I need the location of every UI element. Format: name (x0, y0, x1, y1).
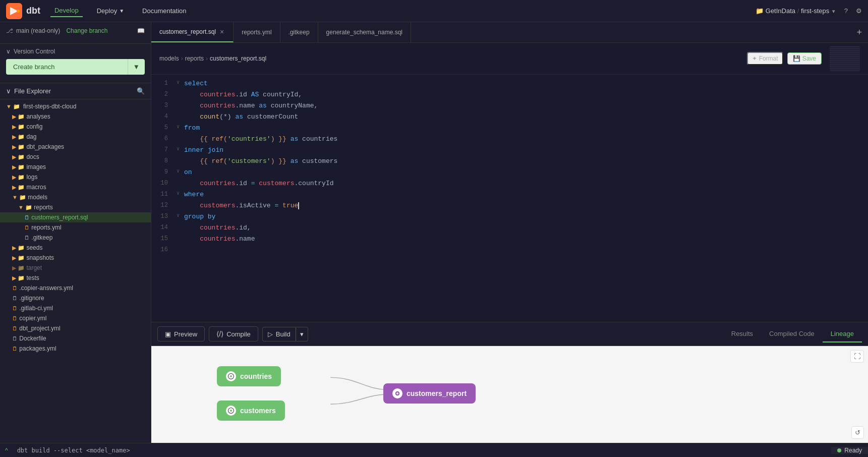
tree-item-seeds[interactable]: ▶ 📁 seeds (0, 243, 151, 253)
command-text: dbt build --select <model_name> (17, 447, 130, 454)
nav-develop[interactable]: Develop (50, 5, 83, 17)
tab-close-customers-report[interactable]: × (219, 28, 225, 36)
format-button[interactable]: ✦ Format (747, 52, 783, 65)
code-line-5: 5 ∨ from (151, 123, 868, 134)
breadcrumb-current: customers_report.sql (210, 55, 266, 62)
code-line-10: 10 countries.id = customers.countryId (151, 179, 868, 190)
file-explorer-header-row: ∨ File Explorer 🔍 (0, 83, 151, 99)
save-button[interactable]: 💾 Save (787, 52, 822, 65)
tree-item-dockerfile[interactable]: 🗒 Dockerfile (0, 333, 151, 344)
code-editor[interactable]: 1 ∨ select 2 countries.id AS countryId, … (151, 75, 868, 322)
tree-item-tests[interactable]: ▶ 📁 tests (0, 273, 151, 283)
breadcrumb-reports[interactable]: reports (185, 55, 204, 62)
tab-customers-report-sql[interactable]: customers_report.sql × (151, 22, 234, 42)
tab-add-button[interactable]: + (850, 27, 868, 38)
tree-item-docs[interactable]: ▶ 📁 docs (0, 152, 151, 162)
lineage-reset-button[interactable]: ↺ (851, 426, 864, 439)
lineage-fullscreen-button[interactable]: ⛶ (850, 350, 864, 363)
tab-compiled-code[interactable]: Compiled Code (761, 326, 823, 342)
file-explorer-chevron: ∨ (6, 87, 11, 95)
lineage-node-customers-report[interactable]: customers_report (383, 383, 476, 404)
nav-deploy[interactable]: Deploy ▼ (93, 5, 128, 17)
code-line-9: 9 ∨ on (151, 167, 868, 179)
tab-results[interactable]: Results (723, 326, 761, 342)
version-control-section: ∨ Version Control Create branch ▼ (0, 44, 151, 83)
bottom-actions: ▣ Preview ⟨/⟩ Compile ▷ Build ▾ (157, 322, 308, 346)
nav-documentation[interactable]: Documentation (138, 5, 190, 17)
breadcrumb: models › reports › customers_report.sql … (151, 43, 868, 75)
code-line-7: 7 ∨ inner join (151, 145, 868, 156)
breadcrumb-models[interactable]: models (159, 55, 179, 62)
tree-item-packages-yml[interactable]: 🗒 packages.yml (0, 344, 151, 354)
tree-item-analyses[interactable]: ▶ 📁 analyses (0, 111, 151, 122)
file-explorer-toggle[interactable]: ∨ File Explorer (6, 87, 51, 95)
tree-item-macros[interactable]: ▶ 📁 macros (0, 182, 151, 192)
file-tree: ▼ 📁 first-steps-dbt-cloud ▶ 📁 analyses ▶… (0, 99, 151, 443)
tree-item-config[interactable]: ▶ 📁 config (0, 122, 151, 132)
svg-point-4 (396, 392, 398, 394)
countries-node-icon (226, 371, 236, 381)
tree-item-customers-report-sql[interactable]: 🗒 customers_report.sql (0, 212, 151, 222)
svg-point-1 (17, 10, 20, 13)
preview-button[interactable]: ▣ Preview (157, 326, 205, 341)
tab-lineage[interactable]: Lineage (823, 326, 862, 342)
tree-item-snapshots[interactable]: ▶ 📁 snapshots (0, 253, 151, 263)
settings-icon[interactable]: ⚙ (856, 7, 862, 15)
tree-item-dbt-packages[interactable]: ▶ 📁 dbt_packages (0, 142, 151, 152)
deploy-dropdown-icon: ▼ (119, 8, 124, 14)
tree-item-root-folder[interactable]: ▼ 📁 first-steps-dbt-cloud (0, 101, 151, 111)
editor-area: customers_report.sql × reports.yml .gitk… (151, 22, 868, 443)
code-line-4: 4 count(*) as customerCount (151, 112, 868, 123)
tree-item-dag[interactable]: ▶ 📁 dag (0, 132, 151, 142)
countries-node-label: countries (240, 372, 272, 380)
compile-button[interactable]: ⟨/⟩ Compile (209, 326, 258, 341)
code-line-16: 16 (151, 245, 868, 256)
tab-generate-schema[interactable]: generate_schema_name.sql (318, 22, 411, 42)
tab-label-gitkeep: .gitkeep (288, 29, 310, 36)
lineage-view: countries customers custom (151, 346, 868, 443)
tree-item-gitkeep[interactable]: 🗒 .gitkeep (0, 233, 151, 243)
status-label: Ready (844, 447, 862, 454)
cmd-toggle[interactable]: ^ (0, 447, 13, 454)
tree-item-copier-yml[interactable]: 🗒 copier.yml (0, 313, 151, 323)
help-icon[interactable]: ? (844, 7, 848, 15)
change-branch-link[interactable]: Change branch (66, 27, 107, 34)
build-dropdown[interactable]: ▾ (296, 327, 308, 341)
book-icon: 📖 (137, 27, 145, 34)
toolbar-right: ✦ Format 💾 Save (747, 46, 860, 71)
lineage-node-countries[interactable]: countries (217, 366, 281, 386)
customers-node-label: customers (240, 407, 276, 415)
tab-gitkeep[interactable]: .gitkeep (280, 22, 318, 42)
customers-report-node-icon (392, 388, 402, 398)
branch-info: ⎇ main (read-only) Change branch 📖 (6, 27, 145, 34)
tree-item-gitlab-ci[interactable]: 🗒 .gitlab-ci.yml (0, 303, 151, 313)
format-icon: ✦ (752, 55, 757, 62)
lineage-connectors (151, 346, 868, 443)
create-branch-button[interactable]: Create branch (6, 59, 128, 75)
tree-item-target[interactable]: ▶ 📁 target (0, 263, 151, 273)
tree-item-reports-yml[interactable]: 🗒 reports.yml (0, 222, 151, 233)
tree-item-models[interactable]: ▼ 📁 models (0, 192, 151, 202)
file-search-icon[interactable]: 🔍 (137, 87, 145, 95)
compile-icon: ⟨/⟩ (216, 330, 223, 338)
project-info: 📁 GetInData / first-steps ▼ (756, 7, 836, 15)
tree-item-dbt-project-yml[interactable]: 🗒 dbt_project.yml (0, 323, 151, 333)
tree-item-gitignore[interactable]: 🗒 .gitignore (0, 293, 151, 303)
preview-icon: ▣ (165, 330, 171, 338)
minimap (830, 46, 860, 71)
version-control-chevron: ∨ (6, 48, 11, 55)
create-branch-dropdown[interactable]: ▼ (128, 59, 145, 75)
tree-item-images[interactable]: ▶ 📁 images (0, 162, 151, 172)
main-layout: ⎇ main (read-only) Change branch 📖 ∨ Ver… (0, 22, 868, 443)
tree-item-reports-folder[interactable]: ▼ 📁 reports (0, 202, 151, 212)
code-line-11: 11 ∨ where (151, 190, 868, 201)
tree-item-copier-answers[interactable]: 🗒 .copier-answers.yml (0, 283, 151, 293)
tree-item-logs[interactable]: ▶ 📁 logs (0, 172, 151, 182)
lineage-node-customers[interactable]: customers (217, 401, 285, 421)
file-explorer-label: File Explorer (14, 87, 51, 95)
build-button[interactable]: ▷ Build (262, 327, 296, 341)
bottom-tab-bar: ▣ Preview ⟨/⟩ Compile ▷ Build ▾ (151, 322, 868, 346)
tab-reports-yml[interactable]: reports.yml (234, 22, 280, 42)
version-control-header[interactable]: ∨ Version Control (6, 48, 145, 55)
app-logo[interactable]: dbt (6, 3, 40, 19)
